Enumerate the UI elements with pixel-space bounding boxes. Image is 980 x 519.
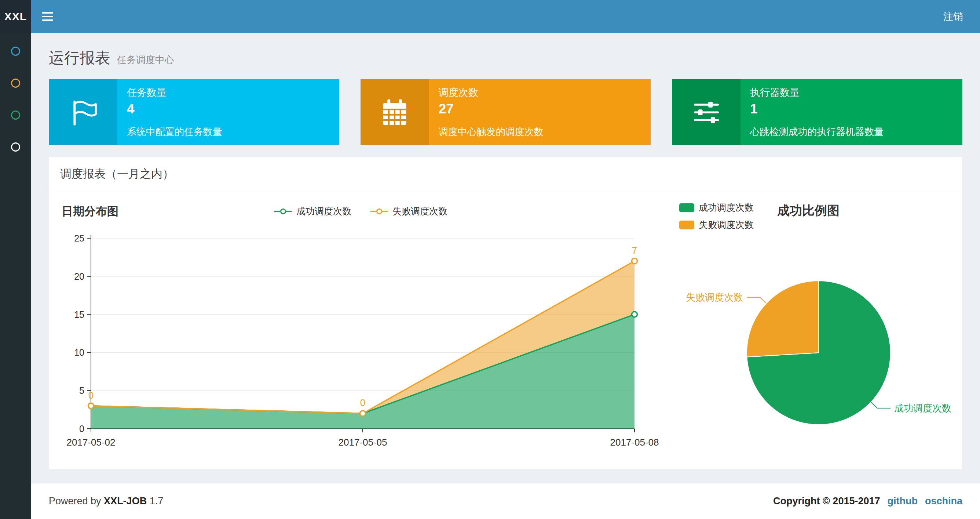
github-link[interactable]: github <box>888 495 918 507</box>
line-marker-icon <box>371 208 388 215</box>
swatch-icon <box>679 203 694 212</box>
info-box-value: 1 <box>750 101 956 117</box>
powered-by-text: Powered by XXL-JOB 1.7 <box>49 495 163 507</box>
circle-icon <box>11 110 20 120</box>
y-tick-label: 25 <box>74 233 84 243</box>
hamburger-icon <box>42 12 53 14</box>
pie-slice-label: 成功调度次数 <box>894 402 951 414</box>
data-point <box>632 259 638 264</box>
point-label: 0 <box>88 390 94 401</box>
footer: Powered by XXL-JOB 1.7 Copyright © 2015-… <box>31 483 980 519</box>
app-logo[interactable]: XXL <box>0 0 31 33</box>
oschina-link[interactable]: oschina <box>925 495 963 507</box>
label-leader-line <box>871 402 891 408</box>
x-tick-label: 2017-05-08 <box>610 437 659 448</box>
legend-item-fail[interactable]: 失败调度次数 <box>679 219 754 231</box>
sidebar-item-executor[interactable] <box>0 131 31 163</box>
sidebar-item-job[interactable] <box>0 67 31 99</box>
date-distribution-chart: 05101520252017-05-022017-05-052017-05-08… <box>60 227 662 454</box>
x-tick-label: 2017-05-05 <box>339 437 387 448</box>
pie-slice <box>747 281 819 357</box>
logout-link[interactable]: 注销 <box>926 0 980 33</box>
info-box-jobs: 任务数量 4 系统中配置的任务数量 <box>49 79 339 145</box>
copyright-text: Copyright © 2015-2017 <box>773 495 880 507</box>
calendar-icon <box>361 79 429 145</box>
navbar: XXL 注销 <box>0 0 980 33</box>
y-tick-label: 20 <box>74 271 84 281</box>
info-box-desc: 心跳检测成功的执行器机器数量 <box>750 126 956 138</box>
swatch-icon <box>679 220 694 229</box>
data-point <box>632 311 638 317</box>
sidebar-item-log[interactable] <box>0 99 31 131</box>
point-label: 0 <box>360 397 365 408</box>
data-point <box>360 411 366 416</box>
circle-icon <box>11 46 20 56</box>
info-box-value: 27 <box>439 101 644 117</box>
main-content: 运行报表 任务调度中心 任务数量 4 系统中配置的任务数量 <box>31 33 980 469</box>
legend-item-success[interactable]: 成功调度次数 <box>679 201 754 214</box>
info-box-title: 执行器数量 <box>750 86 956 99</box>
date-distribution-section: 日期分布图 成功调度次数 <box>60 201 662 454</box>
y-tick-label: 0 <box>79 423 84 434</box>
sidebar <box>0 33 31 519</box>
y-tick-label: 15 <box>74 310 84 320</box>
data-point <box>88 403 94 409</box>
info-box-desc: 系统中配置的任务数量 <box>127 126 332 138</box>
legend-item-fail[interactable]: 失败调度次数 <box>371 205 447 217</box>
success-ratio-chart: 成功调度次数失败调度次数 <box>679 237 958 453</box>
info-box-row: 任务数量 4 系统中配置的任务数量 <box>49 79 963 145</box>
info-box-triggers: 调度次数 27 调度中心触发的调度次数 <box>361 79 651 145</box>
info-box-executors: 执行器数量 1 心跳检测成功的执行器机器数量 <box>672 79 963 145</box>
page-title: 运行报表 <box>49 48 110 68</box>
pie-chart-svg: 成功调度次数失败调度次数 <box>679 246 958 452</box>
info-box-desc: 调度中心触发的调度次数 <box>439 126 644 138</box>
circle-icon <box>11 78 20 88</box>
circle-icon <box>11 142 20 152</box>
panel-title: 调度报表（一月之内） <box>60 168 174 180</box>
pie-chart-legend: 成功调度次数 失败调度次数 <box>679 201 754 231</box>
y-tick-label: 5 <box>79 385 84 396</box>
line-marker-icon <box>274 208 292 215</box>
sidebar-item-report[interactable] <box>0 35 31 67</box>
report-panel: 调度报表（一月之内） 日期分布图 成功调度次数 <box>49 157 963 469</box>
info-box-title: 调度次数 <box>439 86 644 99</box>
y-tick-label: 10 <box>74 347 84 358</box>
pie-chart-title: 成功比例图 <box>777 202 840 219</box>
hamburger-menu-button[interactable] <box>31 0 64 33</box>
point-label: 7 <box>632 245 637 256</box>
x-tick-label: 2017-05-02 <box>67 437 116 448</box>
info-box-value: 4 <box>127 101 332 117</box>
line-chart-legend: 成功调度次数 失败调度次数 <box>60 205 662 217</box>
legend-item-success[interactable]: 成功调度次数 <box>274 205 352 217</box>
success-ratio-section: 成功调度次数 失败调度次数 成功比例图 成功调度次数失败调度次数 <box>662 201 958 454</box>
flag-icon <box>49 79 118 145</box>
pie-slice-label: 失败调度次数 <box>686 292 743 303</box>
page-header: 运行报表 任务调度中心 <box>49 48 963 68</box>
page-subtitle: 任务调度中心 <box>117 54 174 66</box>
label-leader-line <box>747 297 766 303</box>
sliders-icon <box>672 79 740 145</box>
info-box-title: 任务数量 <box>127 86 332 99</box>
line-chart-svg: 05101520252017-05-022017-05-052017-05-08… <box>60 227 662 453</box>
